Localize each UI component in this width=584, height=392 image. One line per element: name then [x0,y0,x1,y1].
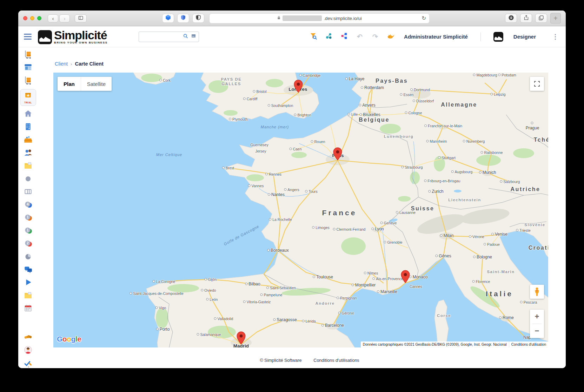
card-icon [191,33,197,40]
city-dot-icon [205,278,207,281]
sidebar-item-home[interactable] [21,109,35,119]
city-dot-icon [491,233,494,235]
search-input[interactable] [141,34,181,40]
extension-shield-blue-button[interactable] [177,14,189,23]
city-dot-icon [222,167,225,169]
undo-button[interactable]: ↶ [356,33,364,41]
city-dot-icon [405,111,407,114]
map-label: Golfe de Gascogne [223,224,260,246]
main-area: Client › Carte Client [38,47,566,368]
box-open-icon [24,135,33,146]
city-dot-icon [438,156,440,159]
map-type-satellite-button[interactable]: Satellite [81,77,112,91]
filter-search-button[interactable] [309,33,318,41]
map-label: Cannes [410,284,422,289]
menu-toggle-button[interactable] [24,34,32,40]
back-button[interactable]: ‹ [48,14,58,22]
google-logo[interactable]: Google [57,335,81,343]
sidebar-toggle-button[interactable] [75,14,87,22]
sidebar-item-handshake[interactable] [21,333,35,343]
pegman-control[interactable] [530,285,544,299]
extension-shield-dark-button[interactable] [192,14,204,23]
map-label: Bilbao [245,282,260,287]
sidebar-item-person[interactable] [21,346,35,356]
footer-terms-link[interactable]: Conditions d'utilisations [313,358,359,363]
sidebar-item-badge-1-green[interactable]: 1 [21,226,35,236]
map-label: Lille [348,112,358,116]
sidebar-item-trolley-2[interactable] [21,76,35,86]
sidebar-item-columns[interactable] [21,187,35,197]
map-marker-londres[interactable] [294,80,303,93]
map-label: La Rochelle [269,217,292,222]
zoom-in-button[interactable]: + [530,310,544,324]
sidebar-item-badge-1-orange[interactable]: 1 [21,213,35,223]
pegman-icon [533,287,541,296]
share-button[interactable] [520,14,532,23]
sidebar-item-trial[interactable]: TRIAL [20,89,36,106]
sidebar-item-pie[interactable] [21,252,35,262]
city-dot-icon [201,289,203,291]
map-label: France [322,209,357,217]
map-label: Gijón [205,277,217,282]
current-user-label[interactable]: Administrateur Simplicité [404,34,468,40]
map-marker-cannes[interactable] [401,270,410,283]
map-marker-madrid[interactable] [237,331,246,345]
simplicite-logo-icon [38,30,52,44]
sidebar-item-check-pencil[interactable] [21,359,35,368]
sidebar-item-folder-2[interactable] [21,291,35,301]
sidebar-item-badge-4-blue[interactable]: 4 [21,200,35,210]
app-logo[interactable]: Simplicité BRING YOUR OWN BUSINESS [38,29,108,44]
map-terms-link[interactable]: Conditions d'utilisation [509,342,548,347]
city-dot-icon [371,228,374,230]
forward-button[interactable]: › [59,14,70,22]
sidebar-item-layout[interactable] [21,63,35,73]
profile-name[interactable]: Designer [513,34,536,40]
address-bar[interactable]: .dev.simplicite.io/ui ↻ [209,13,430,23]
city-dot-icon [338,312,340,314]
sidebar-item-box-open[interactable] [21,135,35,145]
zoom-out-button[interactable]: − [530,324,544,338]
city-dot-icon [400,93,402,96]
zoom-window-button[interactable] [37,16,41,20]
profile-avatar[interactable] [493,32,503,42]
more-options-button[interactable]: ⋮ [552,33,559,41]
tabs-overview-button[interactable] [535,14,547,23]
sidebar-item-badge-2-red[interactable]: 2 [21,239,35,249]
extension-cube-button[interactable] [162,14,174,23]
city-dot-icon [520,301,523,303]
global-search[interactable] [139,32,199,42]
sidebar-item-users[interactable] [21,148,35,158]
reload-button[interactable]: ↻ [422,15,426,21]
sidebar-item-building[interactable] [21,122,35,132]
sidebar-item-trolley-1[interactable] [21,50,35,60]
fullscreen-button[interactable] [530,77,544,91]
new-tab-button[interactable]: + [550,13,561,23]
map-type-plan-button[interactable]: Plan [58,77,81,91]
share-nodes-button[interactable] [340,33,349,41]
sidebar-item-chat[interactable] [21,265,35,275]
sidebar-item-circle[interactable] [21,174,35,184]
magic-lamp-button[interactable] [386,33,395,41]
city-dot-icon [197,333,199,336]
sidebar-item-folder-1[interactable] [21,161,35,171]
city-dot-icon [500,180,502,183]
city-dot-icon [302,320,304,322]
breadcrumb-client-link[interactable]: Client [55,61,68,67]
city-dot-icon [426,140,429,142]
cluster-button[interactable] [325,33,333,41]
map-labels: PAYS DE GALLESPays-BasAllemagneBelgiqueL… [53,73,548,347]
minimize-window-button[interactable] [30,16,34,20]
city-dot-icon [321,324,324,326]
city-dot-icon [473,256,476,258]
badge-1-green-icon: 1 [24,226,33,236]
redo-button[interactable]: ↷ [371,33,379,41]
close-window-button[interactable] [23,16,27,20]
map-marker-paris[interactable] [333,147,342,161]
city-dot-icon [130,292,132,295]
downloads-button[interactable] [505,14,517,23]
map-attribution: Données cartographiques ©2021 GeoBasis-D… [361,342,548,347]
client-map[interactable]: PAYS DE GALLESPays-BasAllemagneBelgiqueL… [53,73,548,347]
sidebar-item-play[interactable] [21,278,35,288]
footer-copyright[interactable]: © Simplicité Software [260,358,301,363]
sidebar-item-calendar[interactable] [21,304,35,314]
